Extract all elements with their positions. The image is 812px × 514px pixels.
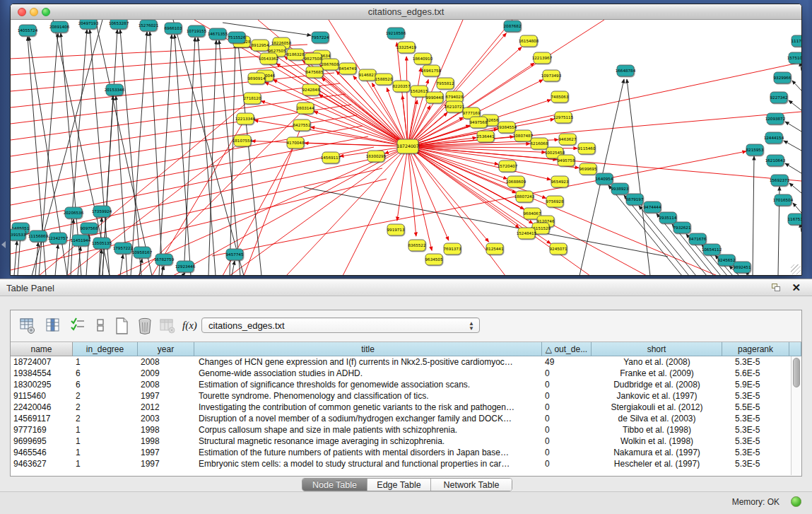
table-cell[interactable]: de Silva et al. (2003) <box>592 413 722 424</box>
table-row[interactable]: 946362711997Embryonic stem cells: a mode… <box>11 458 791 469</box>
table-cell[interactable]: 2009 <box>138 368 194 379</box>
table-cell[interactable]: 2003 <box>138 413 194 424</box>
graph-node[interactable]: 10958167 <box>132 247 153 258</box>
close-panel-icon[interactable]: ✕ <box>792 281 801 294</box>
table-row[interactable]: 911546021997Tourette syndrome. Phenomeno… <box>11 390 791 402</box>
graph-node[interactable]: 15276021 <box>139 20 159 31</box>
table-cell[interactable]: Stergiakouli et al. (2012) <box>592 402 722 413</box>
graph-node[interactable]: 7691373 <box>444 243 461 255</box>
graph-node[interactable]: 12444154 <box>764 132 784 144</box>
float-panel-icon[interactable] <box>772 284 781 292</box>
graph-node[interactable]: 10807487 <box>513 130 534 141</box>
graph-node[interactable]: 9146821 <box>359 69 377 81</box>
graph-node[interactable]: 9654923 <box>551 176 569 187</box>
table-cell[interactable]: 9463627 <box>11 458 73 469</box>
graph-node[interactable]: 9245652 <box>718 255 736 266</box>
graph-node[interactable]: 17957222 <box>113 243 133 254</box>
table-cell[interactable]: Tourette syndrome. Phenomenology and cla… <box>194 390 542 402</box>
table-row[interactable]: 1456911722003Disruption of a novel membe… <box>11 413 791 424</box>
table-cell[interactable]: 0 <box>542 379 592 390</box>
table-cell[interactable]: Structural magnetic resonance image aver… <box>194 436 542 447</box>
graph-node[interactable]: 9242848 <box>302 84 320 95</box>
graph-node[interactable]: 16782759 <box>154 254 175 265</box>
graph-node[interactable]: 15248415 <box>517 228 537 239</box>
table-row[interactable]: 2242004622012Investigating the contribut… <box>11 402 791 413</box>
table-cell[interactable]: 18300295 <box>11 379 73 390</box>
graph-node[interactable]: 9474444 <box>644 201 661 213</box>
graph-node[interactable]: 9463627 <box>559 134 577 145</box>
table-cell[interactable]: 2008 <box>138 356 194 368</box>
graph-node[interactable]: 9919713 <box>387 224 405 235</box>
graph-node[interactable]: 18107554 <box>233 135 253 146</box>
table-cell[interactable]: 0 <box>542 402 592 413</box>
graph-node[interactable]: 20206536 <box>64 207 84 218</box>
graph-node[interactable]: 1167531 <box>788 214 801 225</box>
table-cell[interactable]: 1 <box>73 458 138 469</box>
graph-node[interactable]: 18807243 <box>514 191 535 202</box>
graph-node[interactable]: 9634505 <box>425 254 443 265</box>
graph-node[interactable]: 7955812 <box>437 78 454 89</box>
citation-network-graph[interactable]: 1872400786011288912954182260589627505105… <box>11 20 801 275</box>
graph-node[interactable]: 9097568 <box>81 223 98 234</box>
graph-node[interactable]: 7957224 <box>312 32 329 43</box>
graph-node[interactable]: 17016504 <box>773 194 794 206</box>
table-cell[interactable]: Dudbridge et al. (2008) <box>592 379 722 390</box>
table-cell[interactable]: 18724007 <box>11 356 73 368</box>
graph-node[interactable]: 13325419 <box>396 42 417 53</box>
graph-node[interactable]: 8454749 <box>339 63 357 74</box>
table-cell[interactable]: 5.9E-5 <box>722 379 789 390</box>
table-cell[interactable]: 0 <box>542 458 592 469</box>
graph-node[interactable]: 1588520 <box>375 74 393 85</box>
table-cell[interactable]: Investigating the contribution of common… <box>194 402 542 413</box>
graph-node[interactable]: 9938923 <box>611 183 629 194</box>
table-cell[interactable]: 9115460 <box>11 390 73 402</box>
graph-node[interactable]: 8365522 <box>408 240 426 251</box>
graph-node[interactable]: 10653287 <box>109 20 129 29</box>
table-cell[interactable]: 1 <box>73 356 138 368</box>
table-cell[interactable]: 5.3E-5 <box>722 390 789 402</box>
table-cell[interactable]: 0 <box>542 424 592 436</box>
table-cell[interactable]: 2008 <box>138 379 194 390</box>
table-cell[interactable]: 6 <box>73 379 138 390</box>
graph-node[interactable]: 2536441 <box>477 131 495 142</box>
graph-node[interactable]: 9892451 <box>734 262 751 273</box>
graph-node[interactable]: 16210721 <box>445 101 465 112</box>
graph-node[interactable]: 7932621 <box>673 222 691 233</box>
graph-node[interactable]: 9990448 <box>426 92 444 103</box>
column-header-short[interactable]: short <box>592 342 722 356</box>
table-row[interactable]: 946554611997Estimation of the future num… <box>11 447 791 458</box>
table-cell[interactable]: Disruption of a novel member of a sodium… <box>194 413 542 424</box>
graph-node[interactable]: 15720407 <box>498 160 518 172</box>
graph-node[interactable]: 19218586 <box>386 28 406 39</box>
table-row[interactable]: 977716911998Corpus callosum shape and si… <box>11 424 791 436</box>
graph-node[interactable]: 12093872 <box>765 113 785 124</box>
table-cell[interactable]: 9465546 <box>11 447 73 458</box>
table-cell[interactable]: 5.3E-5 <box>722 436 789 447</box>
select-rows-icon[interactable] <box>70 317 87 335</box>
table-cell[interactable]: 1998 <box>138 424 194 436</box>
graph-node[interactable]: 6966103 <box>165 23 182 34</box>
table-cell[interactable]: Tibbo et al. (1998) <box>592 424 722 436</box>
graph-node[interactable]: 14569117 <box>321 152 341 163</box>
graph-node[interactable]: 9457745 <box>226 249 244 260</box>
table-cell[interactable]: 6 <box>73 368 138 379</box>
graph-node[interactable]: 20891406 <box>49 21 70 33</box>
table-cell[interactable]: 0 <box>542 436 592 447</box>
column-header-pagerank[interactable]: pagerank <box>722 342 789 356</box>
table-cell[interactable]: Genome-wide association studies in ADHD. <box>194 368 542 379</box>
column-header-year[interactable]: year <box>138 342 194 356</box>
graph-node[interactable]: 11156869 <box>28 230 49 242</box>
table-cell[interactable]: 1 <box>73 436 138 447</box>
table-cell[interactable]: 9699695 <box>11 436 73 447</box>
table-cell[interactable]: Estimation of the future numbers of pati… <box>194 447 542 458</box>
graph-node[interactable]: 16154808 <box>519 35 539 47</box>
graph-node[interactable]: 7485063 <box>551 91 569 103</box>
table-cell[interactable]: 9777169 <box>11 424 73 436</box>
graph-node[interactable]: 8475685 <box>306 66 324 78</box>
graph-node[interactable]: 9115460 <box>578 143 596 154</box>
graph-node[interactable]: 8186328 <box>287 49 305 60</box>
graph-node[interactable]: 9391533 <box>11 229 26 240</box>
column-header-in_degree[interactable]: in_degree <box>73 342 138 356</box>
graph-node[interactable]: 2718120 <box>244 93 261 104</box>
graph-node[interactable]: 11451944 <box>71 235 91 246</box>
